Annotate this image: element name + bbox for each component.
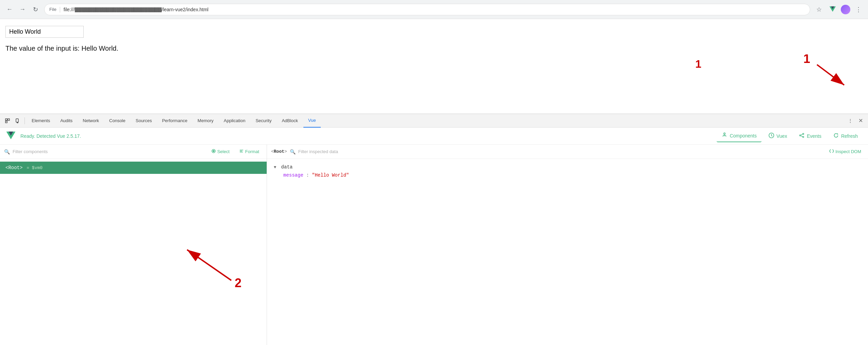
refresh-label: Refresh: [841, 133, 858, 139]
data-key-label: data: [281, 164, 293, 170]
collapse-triangle-icon[interactable]: ▼: [274, 165, 276, 170]
svg-line-15: [801, 134, 802, 135]
forward-button[interactable]: →: [17, 4, 28, 15]
vuex-icon: [768, 132, 774, 140]
vuex-action-button[interactable]: Vuex: [764, 130, 792, 142]
components-label: Components: [730, 133, 756, 138]
device-toolbar-button[interactable]: [13, 116, 22, 126]
data-panel: <Root> 🔍 Inspect DOM ▼ data: [267, 145, 868, 345]
tab-performance[interactable]: Performance: [157, 114, 192, 128]
page-value-text: The value of the input is: Hello World.: [5, 45, 863, 52]
events-label: Events: [807, 133, 821, 139]
address-info: File: [49, 7, 56, 12]
back-button[interactable]: ←: [4, 4, 15, 15]
svg-rect-4: [5, 121, 7, 123]
nav-buttons: ← → ↻: [4, 4, 41, 15]
data-search-icon: 🔍: [290, 149, 296, 154]
vue-logo-icon: [5, 131, 16, 142]
vue-ready-text: Ready. Detected Vue 2.5.17.: [20, 133, 81, 139]
components-panel: 🔍 Select Format: [0, 145, 267, 345]
address-bar[interactable]: File |: [44, 4, 810, 15]
devtools-tabbar: Elements Audits Network Console Sources …: [0, 114, 868, 128]
data-property-message: message : "Hello World": [283, 172, 861, 178]
address-separator: |: [59, 6, 61, 13]
svg-point-12: [800, 135, 801, 136]
format-label: Format: [245, 149, 259, 154]
components-icon: [721, 132, 728, 139]
tab-adblock[interactable]: AdBlock: [277, 114, 303, 128]
data-content: ▼ data message : "Hello World": [267, 159, 868, 345]
svg-rect-2: [5, 119, 7, 120]
tab-elements[interactable]: Elements: [27, 114, 55, 128]
events-action-button[interactable]: Events: [794, 130, 826, 142]
tab-console[interactable]: Console: [104, 114, 130, 128]
data-toolbar: <Root> 🔍 Inspect DOM: [267, 145, 868, 159]
component-vm: = $vm0: [24, 165, 43, 170]
format-button[interactable]: Format: [236, 147, 263, 156]
filter-data-input[interactable]: [298, 149, 824, 154]
refresh-action-button[interactable]: Refresh: [828, 130, 863, 142]
tab-application[interactable]: Application: [219, 114, 250, 128]
refresh-icon: [833, 132, 839, 140]
vue-devtools-bar: Ready. Detected Vue 2.5.17. Components V…: [0, 128, 868, 145]
devtools-panel: Elements Audits Network Console Sources …: [0, 114, 868, 345]
svg-point-18: [213, 150, 214, 152]
select-label: Select: [217, 149, 230, 154]
browser-chrome: ← → ↻ File | ☆ ⋮: [0, 0, 868, 19]
vue-devtools-actions: Components Vuex Events: [717, 130, 863, 142]
tab-audits[interactable]: Audits: [55, 114, 77, 128]
inspect-dom-label: Inspect DOM: [835, 149, 861, 154]
tab-security[interactable]: Security: [251, 114, 276, 128]
browser-actions: ☆ ⋮: [814, 4, 864, 15]
avatar[interactable]: [841, 5, 850, 14]
devtools-more-button[interactable]: ⋮: [846, 116, 855, 126]
star-button[interactable]: ☆: [814, 4, 824, 15]
address-input[interactable]: [64, 7, 805, 12]
root-tag-label: <Root>: [271, 149, 287, 154]
data-section: ▼ data: [274, 164, 861, 170]
component-name: <Root>: [5, 165, 22, 170]
devtools-main: 🔍 Select Format: [0, 145, 868, 345]
svg-rect-3: [8, 119, 10, 120]
svg-rect-5: [16, 119, 18, 122]
page-input[interactable]: [5, 26, 84, 38]
vue-extension-button[interactable]: [827, 4, 838, 15]
root-component-item[interactable]: <Root> = $vm0: [0, 162, 267, 174]
components-toolbar: 🔍 Select Format: [0, 145, 267, 159]
select-button[interactable]: Select: [208, 147, 233, 156]
tab-memory[interactable]: Memory: [193, 114, 218, 128]
menu-button[interactable]: ⋮: [853, 4, 864, 15]
element-selector-button[interactable]: [3, 116, 12, 126]
svg-point-9: [724, 133, 725, 134]
tab-separator: [24, 117, 25, 124]
inspect-dom-button[interactable]: Inspect DOM: [827, 147, 864, 156]
vuex-label: Vuex: [777, 133, 787, 139]
inspect-dom-icon: [829, 149, 834, 154]
svg-point-13: [803, 133, 804, 134]
tab-sources[interactable]: Sources: [131, 114, 157, 128]
events-icon: [799, 132, 805, 140]
devtools-close-button[interactable]: ✕: [856, 116, 865, 126]
prop-key-message: message: [283, 172, 303, 178]
component-list: <Root> = $vm0: [0, 159, 267, 345]
tab-vue[interactable]: Vue: [303, 114, 321, 128]
components-action-button[interactable]: Components: [717, 130, 761, 142]
page-content: The value of the input is: Hello World.: [0, 19, 868, 107]
tab-network[interactable]: Network: [78, 114, 104, 128]
format-icon: [239, 149, 244, 154]
svg-line-16: [801, 135, 802, 136]
reload-button[interactable]: ↻: [30, 4, 41, 15]
prop-value-message: "Hello World": [312, 172, 349, 178]
search-icon: 🔍: [4, 149, 10, 154]
select-circle-icon: [211, 149, 216, 154]
prop-separator: :: [306, 172, 312, 178]
svg-rect-6: [17, 122, 18, 123]
svg-point-14: [803, 136, 804, 137]
filter-components-input[interactable]: [13, 149, 205, 154]
